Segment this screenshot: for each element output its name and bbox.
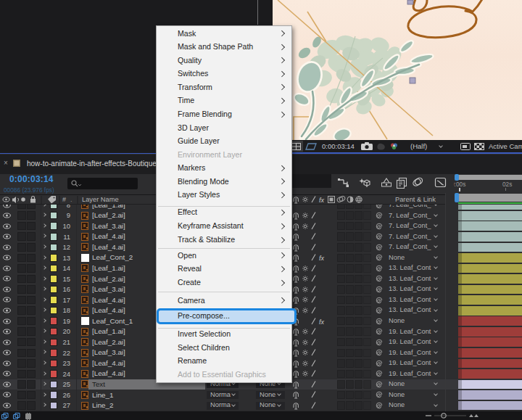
svg-text:fx: fx: [319, 255, 325, 262]
svg-text:fx: fx: [319, 197, 325, 204]
svg-text:fx: fx: [319, 318, 325, 325]
